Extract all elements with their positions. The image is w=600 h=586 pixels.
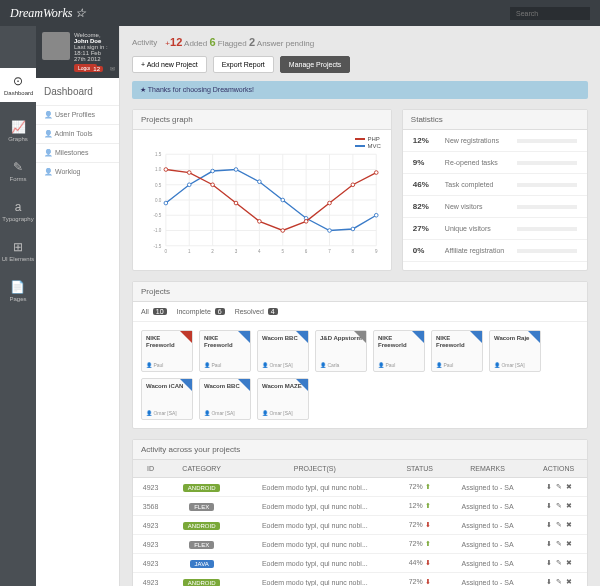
top-header: DreamWorks ☆ (0, 0, 600, 26)
edit-icon[interactable]: ✎ (556, 559, 562, 566)
delete-icon[interactable]: ✖ (566, 502, 572, 509)
manage-projects-button[interactable]: Manage Projects (280, 56, 351, 73)
svg-text:2: 2 (211, 249, 214, 254)
svg-point-51 (328, 201, 332, 205)
nav-forms[interactable]: ✎Forms (10, 160, 27, 182)
svg-text:3: 3 (235, 249, 238, 254)
add-project-button[interactable]: + Add new Project (132, 56, 207, 73)
notification-badge[interactable]: 12 (90, 66, 103, 72)
activity-table-panel: Activity across your projects IDCATEGORY… (132, 439, 588, 586)
status-corner-icon (296, 379, 308, 391)
project-card[interactable]: Wacom BBC👤 Omar [SA] (199, 378, 251, 420)
stat-label: Task completed (445, 181, 509, 188)
statistics-panel: Statistics 12%New registrations9%Re-open… (402, 109, 588, 271)
menu-item-milestones[interactable]: Milestones (36, 143, 119, 162)
stat-label: New visitors (445, 203, 509, 210)
edit-icon[interactable]: ✎ (556, 540, 562, 547)
table-header[interactable]: PROJECT(S) (235, 460, 394, 478)
delete-icon[interactable]: ✖ (566, 578, 572, 585)
svg-point-36 (211, 169, 215, 173)
download-icon[interactable]: ⬇ (546, 521, 552, 528)
cell-actions: ⬇✎✖ (530, 516, 587, 535)
category-tag: ANDROID (183, 579, 221, 587)
download-icon[interactable]: ⬇ (546, 502, 552, 509)
project-card[interactable]: J&D Appstorm👤 Carla (315, 330, 367, 372)
cell-id: 4923 (133, 516, 168, 535)
avatar[interactable] (42, 32, 70, 60)
stat-percent: 46% (413, 180, 437, 189)
svg-point-50 (304, 220, 308, 224)
edit-icon[interactable]: ✎ (556, 483, 562, 490)
table-header[interactable]: STATUS (395, 460, 445, 478)
svg-point-41 (328, 229, 332, 233)
nav-pages[interactable]: 📄Pages (9, 280, 26, 302)
mail-icon[interactable]: ✉ (110, 65, 115, 72)
delete-icon[interactable]: ✖ (566, 521, 572, 528)
svg-text:1.5: 1.5 (155, 152, 162, 157)
delete-icon[interactable]: ✖ (566, 559, 572, 566)
nav-ui-elements[interactable]: ⊞UI Elements (2, 240, 35, 262)
stat-row: 46%Task completed (403, 174, 587, 196)
nav-typography[interactable]: aTypography (2, 200, 33, 222)
stat-bar (517, 139, 577, 143)
stat-row: 0%Affiliate registration (403, 240, 587, 262)
project-card[interactable]: NIKE Freeworld👤 Paul (199, 330, 251, 372)
table-header[interactable]: ACTIONS (530, 460, 587, 478)
card-user: 👤 Carla (320, 362, 339, 368)
stat-label: Affiliate registration (445, 247, 509, 254)
table-header[interactable]: ID (133, 460, 168, 478)
status-corner-icon (238, 379, 250, 391)
delete-icon[interactable]: ✖ (566, 540, 572, 547)
menu-title: Dashboard (36, 78, 119, 105)
edit-icon[interactable]: ✎ (556, 502, 562, 509)
cell-remarks: Assigned to - SA (445, 478, 531, 497)
project-card[interactable]: Wacom BBC👤 Omar [SA] (257, 330, 309, 372)
activity-stat: +12 (165, 39, 182, 48)
cell-actions: ⬇✎✖ (530, 554, 587, 573)
table-row: 4923ANDROIDEodem modo typi, qui nunc nob… (133, 573, 587, 587)
download-icon[interactable]: ⬇ (546, 578, 552, 585)
export-report-button[interactable]: Export Report (213, 56, 274, 73)
svg-text:4: 4 (258, 249, 261, 254)
nav-graphs[interactable]: 📈Graphs (8, 120, 28, 142)
chart-title: Projects graph (133, 110, 391, 130)
svg-point-46 (211, 183, 215, 187)
svg-text:-0.5: -0.5 (153, 213, 161, 218)
tab-all[interactable]: All 10 (141, 308, 167, 315)
svg-text:1: 1 (188, 249, 191, 254)
download-icon[interactable]: ⬇ (546, 540, 552, 547)
project-card[interactable]: NIKE Freeworld👤 Paul (431, 330, 483, 372)
stat-bar (517, 205, 577, 209)
project-card[interactable]: Wacom MAZE👤 Omar [SA] (257, 378, 309, 420)
project-card[interactable]: NIKE Freeworld👤 Paul (373, 330, 425, 372)
cell-remarks: Assigned to - SA (445, 516, 531, 535)
svg-text:-1.5: -1.5 (153, 244, 161, 249)
project-card[interactable]: Wacom iCAN👤 Omar [SA] (141, 378, 193, 420)
edit-icon[interactable]: ✎ (556, 578, 562, 585)
cell-project: Eodem modo typi, qui nunc nobi... (235, 516, 394, 535)
nav-dashboard[interactable]: ⊙Dashboard (0, 68, 36, 102)
project-card[interactable]: Wacom Raje👤 Omar [SA] (489, 330, 541, 372)
table-header[interactable]: CATEGORY (168, 460, 235, 478)
download-icon[interactable]: ⬇ (546, 559, 552, 566)
cell-project: Eodem modo typi, qui nunc nobi... (235, 554, 394, 573)
project-card[interactable]: NIKE Freeworld👤 Paul (141, 330, 193, 372)
delete-icon[interactable]: ✖ (566, 483, 572, 490)
tab-resolved[interactable]: Resolved 4 (235, 308, 278, 315)
menu-item-worklog[interactable]: Worklog (36, 162, 119, 181)
table-title: Activity across your projects (133, 440, 587, 460)
svg-text:0: 0 (165, 249, 168, 254)
cell-project: Eodem modo typi, qui nunc nobi... (235, 573, 394, 587)
status-corner-icon (412, 331, 424, 343)
menu-item-admin-tools[interactable]: Admin Tools (36, 124, 119, 143)
tab-incomplete[interactable]: Incomplete 6 (177, 308, 225, 315)
edit-icon[interactable]: ✎ (556, 521, 562, 528)
svg-point-37 (234, 168, 238, 172)
search-input[interactable] (510, 7, 590, 20)
menu-item-user-profiles[interactable]: User Profiles (36, 105, 119, 124)
table-header[interactable]: REMARKS (445, 460, 531, 478)
download-icon[interactable]: ⬇ (546, 483, 552, 490)
cell-status: 44% ⬇ (395, 554, 445, 573)
projects-graph-panel: Projects graph PHPMVC 1.51.00.50.0-0.5-1… (132, 109, 392, 271)
cell-actions: ⬇✎✖ (530, 573, 587, 587)
